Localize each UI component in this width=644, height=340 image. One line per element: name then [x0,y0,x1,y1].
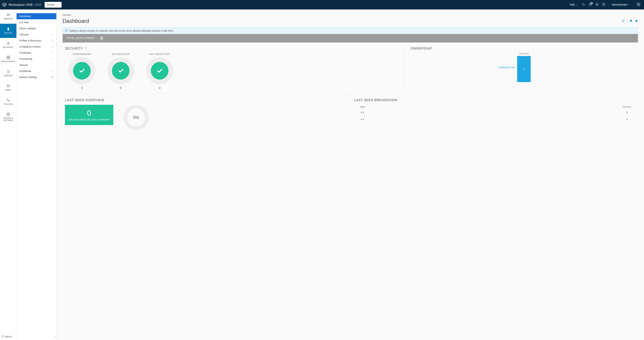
svg-rect-9 [640,3,640,4]
lso-sub-label: DEVICES SEEN IN LAST 24 HOURS [69,118,110,121]
lsb-row: 4-70 [354,116,636,123]
svg-rect-28 [8,59,8,59]
topbar: Workspace ONE UEM Global Add 8 Administr… [0,0,644,10]
chevron-right-icon [51,52,54,54]
apps-grid-button[interactable] [635,3,642,7]
ownership-panel: OWNERSHIP Dedicated Corp DEVICES 9 [405,43,638,92]
chevron-right-icon [51,70,54,73]
topbar-icons: 8 Administrator [580,1,642,8]
security-donut [68,57,96,84]
help-icon[interactable] [84,47,87,51]
og-selector[interactable]: Global [45,2,62,8]
topbar-divider [634,2,634,7]
nav-devices[interactable]: DEVICES [0,24,16,38]
subnav-item-profiles-resources[interactable]: Profiles & Resources [16,38,56,44]
svg-point-19 [8,43,8,43]
svg-rect-7 [637,3,638,4]
subnav-item-label: List View [19,21,29,24]
lsb-title: LAST SEEN BREAKDOWN [354,98,398,102]
apps-grid-icon [637,3,640,7]
deployment-value: 9 [100,35,103,42]
nav-telecom[interactable]: TELECOM [0,95,16,109]
nav-email[interactable]: EMAIL [0,81,16,95]
content-icon [6,70,10,74]
security-card-count: 0 [143,86,176,90]
svg-rect-27 [6,59,7,59]
lsb-row: 0-30 [354,109,636,116]
nav-content[interactable]: CONTENT [0,66,16,81]
svg-point-2 [582,3,584,5]
security-card: NO PASSCODE0 [104,53,138,90]
svg-line-35 [52,76,53,77]
subnav-item-compliance-policies[interactable]: Compliance Policies [16,44,56,50]
star-icon [595,3,599,7]
nav-groups-settings[interactable]: GROUPS & SETTINGS [0,109,16,125]
chevron-down-icon [56,3,58,6]
ownership-bar: 9 [517,56,531,82]
ownership-axis-title: DEVICES [519,53,529,55]
lso-devices-box: 0 DEVICES SEEN IN LAST 24 HOURS [65,105,113,125]
search-button[interactable] [580,1,587,8]
check-icon [112,62,130,80]
security-donut [107,57,134,84]
user-menu-label: Administrator [612,3,628,6]
refresh-button[interactable] [622,19,624,23]
ownership-bar-value: 9 [523,68,524,70]
info-icon [65,29,68,32]
nav-apps-books[interactable]: APPS & BOOKS [0,52,16,66]
check-icon [151,62,168,80]
subnav-item-provisioning[interactable]: Provisioning [16,56,56,62]
subnav-item-certificates[interactable]: Certificates [16,50,56,56]
nav-accounts[interactable]: ACCOUNTS [0,38,16,52]
svg-rect-26 [9,57,10,58]
subnav-item-list-view[interactable]: List View [16,19,56,25]
svg-rect-22 [8,56,8,57]
security-card-label: COMPROMISED [65,53,99,56]
favorite-button[interactable] [635,19,638,23]
security-title: SECURITY [65,47,83,51]
subnav-item-sensors[interactable]: Sensors [16,62,56,68]
subnav-item-label: Device Updates [19,27,36,30]
last-seen-breakdown-panel: LAST SEEN BREAKDOWN Days Devices 0-304-7… [349,94,638,134]
home-button[interactable] [630,19,632,23]
subnav-item-devices-settings[interactable]: Devices Settings [16,74,56,80]
svg-rect-14 [638,5,639,6]
collapse-subnav-button[interactable] [54,335,56,339]
add-menu[interactable]: Add [568,3,580,6]
subnav-item-dashboard[interactable]: Dashboard [16,13,56,19]
chevron-right-icon [51,33,54,36]
help-button[interactable] [600,1,607,8]
subnav-item-device-updates[interactable]: Device Updates [16,25,56,32]
ownership-title: OWNERSHIP [410,47,432,51]
favorites-button[interactable] [594,1,600,8]
nav-monitor[interactable]: MONITOR [0,10,16,24]
chevron-right-icon [51,45,54,48]
subnav-item-lifecycle[interactable]: Lifecycle [16,32,56,38]
lso-donut-value: 0% [127,109,145,126]
subnav-item-label: Dashboard [19,15,31,18]
help-icon [602,3,606,7]
nav-label: EMAIL [6,89,11,91]
lso-donut: 0% [124,105,149,130]
svg-rect-29 [9,59,10,59]
svg-rect-23 [9,56,10,57]
notifications-button[interactable]: 8 [587,1,594,8]
lsb-col-days-header: Days [354,104,371,109]
user-menu[interactable]: Administrator [609,3,633,6]
svg-rect-13 [637,5,638,6]
security-card-label: NO PASSCODE [104,53,138,56]
chevron-down-icon [576,3,578,6]
about-link[interactable]: ABOUT [2,335,12,338]
brand-text: Workspace ONE UEM [8,3,41,7]
nav-label: DEVICES [4,32,12,34]
subnav-item-peripherals[interactable]: Peripherals [16,68,56,74]
external-link-icon [51,76,54,79]
primary-nav: MONITOR DEVICES ACCOUNTS APPS & BOOKS CO… [0,10,16,340]
ownership-category-label: Dedicated Corp [499,66,515,69]
svg-rect-10 [637,4,638,5]
apps-icon [6,56,10,59]
svg-rect-8 [638,3,639,4]
info-icon [2,335,4,338]
about-label: ABOUT [5,335,12,338]
security-donut [146,57,173,84]
